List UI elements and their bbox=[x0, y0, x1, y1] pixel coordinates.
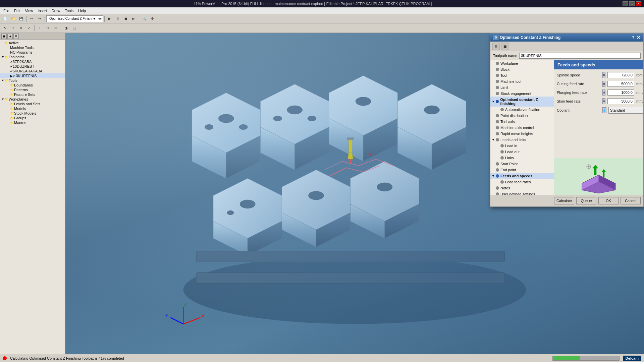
left-tree-item-1[interactable]: Machine Tools bbox=[0, 45, 65, 50]
tb-play[interactable]: ▶ bbox=[106, 15, 113, 22]
dialog-nav-item-11[interactable]: Rapid move heights bbox=[490, 131, 554, 137]
left-tree-item-6[interactable]: ✔ 5KUREARAKABA bbox=[0, 69, 65, 73]
dialog-help-button[interactable]: ? bbox=[632, 35, 635, 40]
left-tree-item-7[interactable]: ▶ > 3KUREFNIS bbox=[0, 73, 65, 78]
tb2-wire[interactable]: ⬚ bbox=[70, 24, 78, 32]
dialog-nav-item-7[interactable]: Automatic verification bbox=[490, 107, 554, 113]
left-tree-item-12[interactable]: ▼📁Workplanes bbox=[0, 97, 65, 102]
left-tree-item-16[interactable]: 📁Groups bbox=[0, 116, 65, 120]
status-dot bbox=[3, 356, 7, 360]
tb-new[interactable]: 📄 bbox=[1, 15, 9, 22]
dialog-tb-icon-2[interactable]: ▦ bbox=[501, 43, 508, 50]
left-tree-item-9[interactable]: 📁Boundaries bbox=[0, 83, 65, 87]
tb-ff[interactable]: ⏭ bbox=[130, 15, 138, 22]
tb2-rotate[interactable]: ↺ bbox=[17, 24, 25, 32]
tb2-select[interactable]: ↖ bbox=[1, 24, 9, 32]
skim-feed-rate-input[interactable] bbox=[607, 98, 634, 104]
status-text: Calculating Optimised Constant Z Finishi… bbox=[10, 356, 549, 360]
tb-stop[interactable]: ⏹ bbox=[122, 15, 129, 22]
cutting-feed-rate-unit: mm/min bbox=[636, 82, 643, 86]
left-tree-item-8[interactable]: ▼📁Tools bbox=[0, 78, 65, 83]
menu-item-view[interactable]: View bbox=[23, 8, 35, 13]
dialog-nav-item-21[interactable]: User defined settings bbox=[490, 191, 554, 195]
left-tree-item-15[interactable]: 📁Stock Models bbox=[0, 111, 65, 116]
dialog-nav-item-20[interactable]: Notes bbox=[490, 185, 554, 191]
dialog-nav-item-4[interactable]: Limit bbox=[490, 84, 554, 90]
coolant-select[interactable]: Standard Flood Mist Air None bbox=[608, 107, 643, 114]
menu-item-tools[interactable]: Tools bbox=[63, 8, 76, 13]
tb-redo[interactable]: ↪ bbox=[36, 15, 43, 22]
panel-icon-3[interactable]: ✕ bbox=[13, 34, 19, 39]
maximize-button[interactable]: □ bbox=[629, 1, 635, 6]
dialog-nav-item-3[interactable]: Machine tool bbox=[490, 78, 554, 84]
window-controls: ─ □ ✕ bbox=[623, 1, 641, 6]
dialog-tb-icon-1[interactable]: ⚙ bbox=[492, 43, 500, 50]
tb-settings[interactable]: ⚙ bbox=[149, 15, 156, 22]
menu-item-draw[interactable]: Draw bbox=[50, 8, 62, 13]
dialog-nav-item-8[interactable]: Point distribution bbox=[490, 113, 554, 119]
toolpath-type-dropdown[interactable]: Optimised Constant Z Finish ▼ bbox=[46, 15, 103, 22]
dialog-nav-item-19[interactable]: Lead feed rates bbox=[490, 179, 554, 185]
dialog-nav-item-9[interactable]: Tool axis bbox=[490, 119, 554, 125]
menu-item-file[interactable]: File bbox=[1, 8, 11, 13]
calculate-button[interactable]: Calculate bbox=[554, 197, 574, 204]
left-tree-item-0[interactable]: 📁Active bbox=[0, 41, 65, 45]
dialog-nav-item-2[interactable]: Tool bbox=[490, 72, 554, 78]
cancel-button[interactable]: Cancel bbox=[621, 197, 641, 204]
dialog-nav-item-13[interactable]: Lead in bbox=[490, 143, 554, 149]
left-tree-item-10[interactable]: 📁Patterns bbox=[0, 87, 65, 92]
ok-button[interactable]: OK bbox=[598, 197, 619, 204]
cutting-feed-rate-icon[interactable]: ⚙ bbox=[602, 81, 605, 87]
menu-item-help[interactable]: Help bbox=[76, 8, 88, 13]
menu-item-edit[interactable]: Edit bbox=[12, 8, 22, 13]
left-tree-item-17[interactable]: 📁Macros bbox=[0, 120, 65, 125]
dialog-nav-item-17[interactable]: End point bbox=[490, 167, 554, 173]
tb2-scale[interactable]: ⤢ bbox=[25, 24, 33, 32]
dialog-nav-item-15[interactable]: Links bbox=[490, 155, 554, 161]
dialog-nav-item-12[interactable]: ▼Leads and links bbox=[490, 137, 554, 143]
spindle-speed-label: Spindle speed bbox=[557, 73, 600, 77]
skim-feed-rate-icon[interactable]: ⚙ bbox=[602, 98, 605, 104]
tb-pause[interactable]: ⏸ bbox=[114, 15, 121, 22]
dialog-nav-item-10[interactable]: Machine axis control bbox=[490, 125, 554, 131]
tb-zoom[interactable]: 🔍 bbox=[141, 15, 148, 22]
tb2-shade[interactable]: ◑ bbox=[62, 24, 70, 32]
tb2-view-front[interactable]: □ bbox=[44, 24, 51, 32]
left-tree-item-14[interactable]: 📁Models bbox=[0, 106, 65, 111]
spindle-speed-input[interactable] bbox=[607, 72, 634, 78]
dialog-nav-item-5[interactable]: Stock engagement bbox=[490, 90, 554, 97]
panel-icon-2[interactable]: ◈ bbox=[7, 34, 13, 39]
tb2-move[interactable]: ✛ bbox=[9, 24, 17, 32]
panel-icon-1[interactable]: ▣ bbox=[1, 34, 7, 39]
cutting-feed-rate-input[interactable] bbox=[607, 81, 634, 87]
queue-button[interactable]: Queue bbox=[576, 197, 596, 204]
tb-save[interactable]: 💾 bbox=[17, 15, 25, 22]
coolant-icon[interactable]: 💧 bbox=[602, 107, 606, 113]
plunging-feed-rate-icon[interactable]: ⚙ bbox=[602, 89, 605, 96]
tb2-view-top[interactable]: ⊤ bbox=[36, 24, 43, 32]
viewport[interactable]: ✕ X Z Y ⚙ Optimised Constant Z Finishing bbox=[65, 33, 644, 354]
tb-undo[interactable]: ↩ bbox=[28, 15, 35, 22]
spindle-speed-icon[interactable]: ⚙ bbox=[602, 72, 605, 78]
tb-open[interactable]: 📂 bbox=[9, 15, 17, 22]
left-tree-item-3[interactable]: ▼📁Toolpaths bbox=[0, 55, 65, 59]
dialog-nav-item-16[interactable]: Start Point bbox=[490, 161, 554, 167]
menu-item-insert[interactable]: Insert bbox=[36, 8, 49, 13]
dialog-nav-item-0[interactable]: Workplane bbox=[490, 60, 554, 66]
left-tree-item-2[interactable]: NC Programs bbox=[0, 50, 65, 55]
left-tree-item-5[interactable]: ✔ 10DUZREST bbox=[0, 64, 65, 69]
left-tree: 📁Active Machine Tools NC Programs▼📁Toolp… bbox=[0, 40, 65, 126]
dialog-close-button[interactable]: ✕ bbox=[637, 35, 641, 40]
dialog-nav-item-18[interactable]: ▼Feeds and speeds bbox=[490, 173, 554, 179]
dialog-nav-item-6[interactable]: ▼Optimised constant Z finishing bbox=[490, 97, 554, 107]
left-tree-item-13[interactable]: 📁Levels and Sets bbox=[0, 102, 65, 106]
dialog-nav-item-1[interactable]: Block bbox=[490, 66, 554, 72]
close-button[interactable]: ✕ bbox=[636, 1, 641, 6]
left-tree-item-11[interactable]: 📁Feature Sets bbox=[0, 92, 65, 97]
dialog-nav-item-14[interactable]: Lead out bbox=[490, 149, 554, 155]
tb2-view-side[interactable]: ▭ bbox=[52, 24, 59, 32]
plunging-feed-rate-input[interactable] bbox=[607, 89, 634, 96]
minimize-button[interactable]: ─ bbox=[623, 1, 628, 6]
toolpath-name-input[interactable] bbox=[519, 53, 641, 59]
left-tree-item-4[interactable]: ✔ 3ZR2KABA bbox=[0, 59, 65, 64]
